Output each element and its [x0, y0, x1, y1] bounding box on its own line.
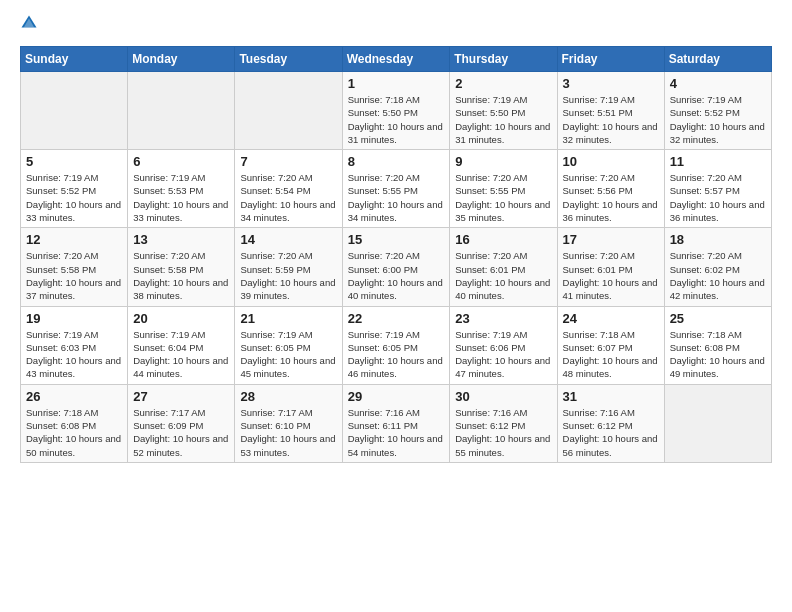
day-number: 21 — [240, 311, 336, 326]
weekday-header-saturday: Saturday — [664, 47, 771, 72]
calendar-cell: 6Sunrise: 7:19 AM Sunset: 5:53 PM Daylig… — [128, 150, 235, 228]
calendar-cell: 28Sunrise: 7:17 AM Sunset: 6:10 PM Dayli… — [235, 384, 342, 462]
day-info: Sunrise: 7:20 AM Sunset: 6:02 PM Dayligh… — [670, 249, 766, 302]
day-number: 1 — [348, 76, 445, 91]
day-number: 19 — [26, 311, 122, 326]
calendar-cell: 19Sunrise: 7:19 AM Sunset: 6:03 PM Dayli… — [21, 306, 128, 384]
day-info: Sunrise: 7:20 AM Sunset: 6:01 PM Dayligh… — [563, 249, 659, 302]
day-info: Sunrise: 7:19 AM Sunset: 6:05 PM Dayligh… — [348, 328, 445, 381]
day-number: 6 — [133, 154, 229, 169]
calendar-cell: 31Sunrise: 7:16 AM Sunset: 6:12 PM Dayli… — [557, 384, 664, 462]
day-number: 25 — [670, 311, 766, 326]
day-number: 16 — [455, 232, 551, 247]
calendar-cell: 30Sunrise: 7:16 AM Sunset: 6:12 PM Dayli… — [450, 384, 557, 462]
day-info: Sunrise: 7:18 AM Sunset: 6:08 PM Dayligh… — [26, 406, 122, 459]
day-info: Sunrise: 7:20 AM Sunset: 6:01 PM Dayligh… — [455, 249, 551, 302]
day-number: 20 — [133, 311, 229, 326]
day-info: Sunrise: 7:20 AM Sunset: 5:58 PM Dayligh… — [133, 249, 229, 302]
calendar-cell: 13Sunrise: 7:20 AM Sunset: 5:58 PM Dayli… — [128, 228, 235, 306]
day-number: 17 — [563, 232, 659, 247]
day-number: 30 — [455, 389, 551, 404]
day-number: 18 — [670, 232, 766, 247]
day-number: 4 — [670, 76, 766, 91]
weekday-header-tuesday: Tuesday — [235, 47, 342, 72]
day-number: 29 — [348, 389, 445, 404]
day-number: 15 — [348, 232, 445, 247]
day-number: 9 — [455, 154, 551, 169]
day-info: Sunrise: 7:19 AM Sunset: 6:04 PM Dayligh… — [133, 328, 229, 381]
day-number: 31 — [563, 389, 659, 404]
day-number: 14 — [240, 232, 336, 247]
calendar-cell: 10Sunrise: 7:20 AM Sunset: 5:56 PM Dayli… — [557, 150, 664, 228]
day-number: 2 — [455, 76, 551, 91]
calendar-cell: 4Sunrise: 7:19 AM Sunset: 5:52 PM Daylig… — [664, 72, 771, 150]
day-info: Sunrise: 7:19 AM Sunset: 5:52 PM Dayligh… — [26, 171, 122, 224]
day-info: Sunrise: 7:19 AM Sunset: 6:06 PM Dayligh… — [455, 328, 551, 381]
weekday-header-friday: Friday — [557, 47, 664, 72]
calendar-table: SundayMondayTuesdayWednesdayThursdayFrid… — [20, 46, 772, 463]
day-info: Sunrise: 7:20 AM Sunset: 6:00 PM Dayligh… — [348, 249, 445, 302]
logo-icon — [20, 14, 38, 32]
calendar-week-row: 1Sunrise: 7:18 AM Sunset: 5:50 PM Daylig… — [21, 72, 772, 150]
calendar-week-row: 12Sunrise: 7:20 AM Sunset: 5:58 PM Dayli… — [21, 228, 772, 306]
calendar-cell: 26Sunrise: 7:18 AM Sunset: 6:08 PM Dayli… — [21, 384, 128, 462]
calendar-week-row: 5Sunrise: 7:19 AM Sunset: 5:52 PM Daylig… — [21, 150, 772, 228]
day-info: Sunrise: 7:17 AM Sunset: 6:10 PM Dayligh… — [240, 406, 336, 459]
calendar-cell: 5Sunrise: 7:19 AM Sunset: 5:52 PM Daylig… — [21, 150, 128, 228]
day-number: 26 — [26, 389, 122, 404]
weekday-header-row: SundayMondayTuesdayWednesdayThursdayFrid… — [21, 47, 772, 72]
calendar-cell: 14Sunrise: 7:20 AM Sunset: 5:59 PM Dayli… — [235, 228, 342, 306]
calendar-week-row: 19Sunrise: 7:19 AM Sunset: 6:03 PM Dayli… — [21, 306, 772, 384]
weekday-header-monday: Monday — [128, 47, 235, 72]
day-info: Sunrise: 7:19 AM Sunset: 5:51 PM Dayligh… — [563, 93, 659, 146]
day-info: Sunrise: 7:20 AM Sunset: 5:54 PM Dayligh… — [240, 171, 336, 224]
calendar-cell — [128, 72, 235, 150]
calendar-cell: 17Sunrise: 7:20 AM Sunset: 6:01 PM Dayli… — [557, 228, 664, 306]
day-info: Sunrise: 7:20 AM Sunset: 5:56 PM Dayligh… — [563, 171, 659, 224]
day-info: Sunrise: 7:19 AM Sunset: 5:50 PM Dayligh… — [455, 93, 551, 146]
calendar-cell: 25Sunrise: 7:18 AM Sunset: 6:08 PM Dayli… — [664, 306, 771, 384]
calendar-cell: 22Sunrise: 7:19 AM Sunset: 6:05 PM Dayli… — [342, 306, 450, 384]
calendar-cell: 27Sunrise: 7:17 AM Sunset: 6:09 PM Dayli… — [128, 384, 235, 462]
day-info: Sunrise: 7:19 AM Sunset: 6:03 PM Dayligh… — [26, 328, 122, 381]
day-number: 28 — [240, 389, 336, 404]
calendar-week-row: 26Sunrise: 7:18 AM Sunset: 6:08 PM Dayli… — [21, 384, 772, 462]
logo — [20, 16, 40, 36]
weekday-header-wednesday: Wednesday — [342, 47, 450, 72]
day-number: 13 — [133, 232, 229, 247]
calendar-cell: 9Sunrise: 7:20 AM Sunset: 5:55 PM Daylig… — [450, 150, 557, 228]
day-number: 23 — [455, 311, 551, 326]
day-number: 3 — [563, 76, 659, 91]
day-number: 22 — [348, 311, 445, 326]
day-number: 7 — [240, 154, 336, 169]
page: SundayMondayTuesdayWednesdayThursdayFrid… — [0, 0, 792, 612]
day-number: 24 — [563, 311, 659, 326]
calendar-cell — [664, 384, 771, 462]
calendar-cell: 1Sunrise: 7:18 AM Sunset: 5:50 PM Daylig… — [342, 72, 450, 150]
day-info: Sunrise: 7:19 AM Sunset: 6:05 PM Dayligh… — [240, 328, 336, 381]
calendar-cell: 23Sunrise: 7:19 AM Sunset: 6:06 PM Dayli… — [450, 306, 557, 384]
day-info: Sunrise: 7:20 AM Sunset: 5:59 PM Dayligh… — [240, 249, 336, 302]
calendar-cell — [235, 72, 342, 150]
calendar-cell: 11Sunrise: 7:20 AM Sunset: 5:57 PM Dayli… — [664, 150, 771, 228]
day-info: Sunrise: 7:19 AM Sunset: 5:53 PM Dayligh… — [133, 171, 229, 224]
day-info: Sunrise: 7:17 AM Sunset: 6:09 PM Dayligh… — [133, 406, 229, 459]
day-number: 10 — [563, 154, 659, 169]
day-info: Sunrise: 7:18 AM Sunset: 6:07 PM Dayligh… — [563, 328, 659, 381]
day-info: Sunrise: 7:19 AM Sunset: 5:52 PM Dayligh… — [670, 93, 766, 146]
calendar-cell — [21, 72, 128, 150]
calendar-cell: 18Sunrise: 7:20 AM Sunset: 6:02 PM Dayli… — [664, 228, 771, 306]
day-info: Sunrise: 7:16 AM Sunset: 6:12 PM Dayligh… — [455, 406, 551, 459]
day-number: 12 — [26, 232, 122, 247]
day-number: 5 — [26, 154, 122, 169]
day-info: Sunrise: 7:20 AM Sunset: 5:57 PM Dayligh… — [670, 171, 766, 224]
weekday-header-thursday: Thursday — [450, 47, 557, 72]
calendar-cell: 7Sunrise: 7:20 AM Sunset: 5:54 PM Daylig… — [235, 150, 342, 228]
calendar-cell: 15Sunrise: 7:20 AM Sunset: 6:00 PM Dayli… — [342, 228, 450, 306]
calendar-cell: 2Sunrise: 7:19 AM Sunset: 5:50 PM Daylig… — [450, 72, 557, 150]
day-info: Sunrise: 7:20 AM Sunset: 5:58 PM Dayligh… — [26, 249, 122, 302]
weekday-header-sunday: Sunday — [21, 47, 128, 72]
calendar-cell: 16Sunrise: 7:20 AM Sunset: 6:01 PM Dayli… — [450, 228, 557, 306]
day-info: Sunrise: 7:18 AM Sunset: 5:50 PM Dayligh… — [348, 93, 445, 146]
header — [20, 16, 772, 36]
